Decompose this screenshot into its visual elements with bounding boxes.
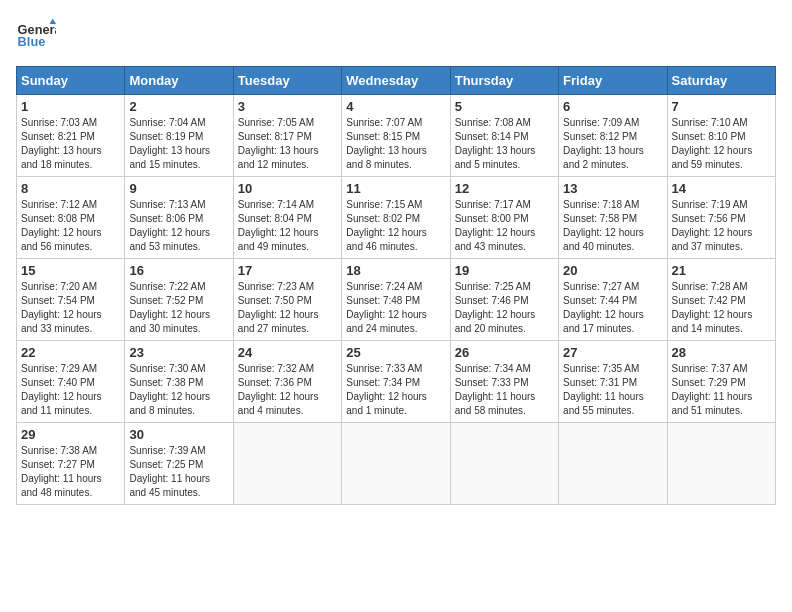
- weekday-header: Wednesday: [342, 67, 450, 95]
- calendar-header-row: SundayMondayTuesdayWednesdayThursdayFrid…: [17, 67, 776, 95]
- calendar-cell: 3Sunrise: 7:05 AMSunset: 8:17 PMDaylight…: [233, 95, 341, 177]
- calendar-cell: 9Sunrise: 7:13 AMSunset: 8:06 PMDaylight…: [125, 177, 233, 259]
- day-info: Sunrise: 7:13 AMSunset: 8:06 PMDaylight:…: [129, 198, 228, 254]
- calendar-cell: 4Sunrise: 7:07 AMSunset: 8:15 PMDaylight…: [342, 95, 450, 177]
- day-info: Sunrise: 7:22 AMSunset: 7:52 PMDaylight:…: [129, 280, 228, 336]
- calendar-week-row: 22Sunrise: 7:29 AMSunset: 7:40 PMDayligh…: [17, 341, 776, 423]
- calendar-cell: 18Sunrise: 7:24 AMSunset: 7:48 PMDayligh…: [342, 259, 450, 341]
- weekday-header: Monday: [125, 67, 233, 95]
- weekday-header: Sunday: [17, 67, 125, 95]
- day-number: 26: [455, 345, 554, 360]
- calendar-cell: 27Sunrise: 7:35 AMSunset: 7:31 PMDayligh…: [559, 341, 667, 423]
- day-info: Sunrise: 7:18 AMSunset: 7:58 PMDaylight:…: [563, 198, 662, 254]
- day-info: Sunrise: 7:03 AMSunset: 8:21 PMDaylight:…: [21, 116, 120, 172]
- day-number: 17: [238, 263, 337, 278]
- logo: General Blue: [16, 16, 56, 56]
- calendar-cell: [233, 423, 341, 505]
- day-number: 15: [21, 263, 120, 278]
- day-info: Sunrise: 7:20 AMSunset: 7:54 PMDaylight:…: [21, 280, 120, 336]
- calendar-cell: 15Sunrise: 7:20 AMSunset: 7:54 PMDayligh…: [17, 259, 125, 341]
- calendar-week-row: 1Sunrise: 7:03 AMSunset: 8:21 PMDaylight…: [17, 95, 776, 177]
- day-number: 1: [21, 99, 120, 114]
- calendar-cell: 22Sunrise: 7:29 AMSunset: 7:40 PMDayligh…: [17, 341, 125, 423]
- day-number: 12: [455, 181, 554, 196]
- day-info: Sunrise: 7:38 AMSunset: 7:27 PMDaylight:…: [21, 444, 120, 500]
- day-number: 8: [21, 181, 120, 196]
- calendar-body: 1Sunrise: 7:03 AMSunset: 8:21 PMDaylight…: [17, 95, 776, 505]
- day-info: Sunrise: 7:17 AMSunset: 8:00 PMDaylight:…: [455, 198, 554, 254]
- calendar-cell: [667, 423, 775, 505]
- day-number: 25: [346, 345, 445, 360]
- day-info: Sunrise: 7:23 AMSunset: 7:50 PMDaylight:…: [238, 280, 337, 336]
- calendar-cell: 23Sunrise: 7:30 AMSunset: 7:38 PMDayligh…: [125, 341, 233, 423]
- day-number: 20: [563, 263, 662, 278]
- calendar-cell: 20Sunrise: 7:27 AMSunset: 7:44 PMDayligh…: [559, 259, 667, 341]
- day-number: 2: [129, 99, 228, 114]
- day-number: 6: [563, 99, 662, 114]
- day-number: 16: [129, 263, 228, 278]
- day-number: 28: [672, 345, 771, 360]
- day-number: 21: [672, 263, 771, 278]
- day-number: 24: [238, 345, 337, 360]
- calendar-cell: 13Sunrise: 7:18 AMSunset: 7:58 PMDayligh…: [559, 177, 667, 259]
- day-number: 29: [21, 427, 120, 442]
- calendar-cell: 10Sunrise: 7:14 AMSunset: 8:04 PMDayligh…: [233, 177, 341, 259]
- day-number: 23: [129, 345, 228, 360]
- day-number: 14: [672, 181, 771, 196]
- day-info: Sunrise: 7:37 AMSunset: 7:29 PMDaylight:…: [672, 362, 771, 418]
- calendar-cell: 14Sunrise: 7:19 AMSunset: 7:56 PMDayligh…: [667, 177, 775, 259]
- day-number: 7: [672, 99, 771, 114]
- day-info: Sunrise: 7:09 AMSunset: 8:12 PMDaylight:…: [563, 116, 662, 172]
- calendar-cell: 19Sunrise: 7:25 AMSunset: 7:46 PMDayligh…: [450, 259, 558, 341]
- day-info: Sunrise: 7:30 AMSunset: 7:38 PMDaylight:…: [129, 362, 228, 418]
- calendar-cell: 6Sunrise: 7:09 AMSunset: 8:12 PMDaylight…: [559, 95, 667, 177]
- day-info: Sunrise: 7:07 AMSunset: 8:15 PMDaylight:…: [346, 116, 445, 172]
- calendar-cell: [342, 423, 450, 505]
- calendar-cell: 16Sunrise: 7:22 AMSunset: 7:52 PMDayligh…: [125, 259, 233, 341]
- day-info: Sunrise: 7:32 AMSunset: 7:36 PMDaylight:…: [238, 362, 337, 418]
- calendar-cell: 26Sunrise: 7:34 AMSunset: 7:33 PMDayligh…: [450, 341, 558, 423]
- day-info: Sunrise: 7:33 AMSunset: 7:34 PMDaylight:…: [346, 362, 445, 418]
- day-info: Sunrise: 7:05 AMSunset: 8:17 PMDaylight:…: [238, 116, 337, 172]
- calendar-cell: 1Sunrise: 7:03 AMSunset: 8:21 PMDaylight…: [17, 95, 125, 177]
- calendar-cell: 8Sunrise: 7:12 AMSunset: 8:08 PMDaylight…: [17, 177, 125, 259]
- weekday-header: Thursday: [450, 67, 558, 95]
- day-number: 18: [346, 263, 445, 278]
- calendar-week-row: 8Sunrise: 7:12 AMSunset: 8:08 PMDaylight…: [17, 177, 776, 259]
- day-info: Sunrise: 7:27 AMSunset: 7:44 PMDaylight:…: [563, 280, 662, 336]
- day-info: Sunrise: 7:04 AMSunset: 8:19 PMDaylight:…: [129, 116, 228, 172]
- day-number: 4: [346, 99, 445, 114]
- weekday-header: Saturday: [667, 67, 775, 95]
- day-info: Sunrise: 7:14 AMSunset: 8:04 PMDaylight:…: [238, 198, 337, 254]
- weekday-header: Tuesday: [233, 67, 341, 95]
- day-info: Sunrise: 7:10 AMSunset: 8:10 PMDaylight:…: [672, 116, 771, 172]
- day-number: 22: [21, 345, 120, 360]
- calendar-cell: 12Sunrise: 7:17 AMSunset: 8:00 PMDayligh…: [450, 177, 558, 259]
- calendar-cell: 29Sunrise: 7:38 AMSunset: 7:27 PMDayligh…: [17, 423, 125, 505]
- calendar-cell: [450, 423, 558, 505]
- day-info: Sunrise: 7:08 AMSunset: 8:14 PMDaylight:…: [455, 116, 554, 172]
- day-number: 11: [346, 181, 445, 196]
- calendar-cell: 25Sunrise: 7:33 AMSunset: 7:34 PMDayligh…: [342, 341, 450, 423]
- day-number: 3: [238, 99, 337, 114]
- svg-text:Blue: Blue: [18, 34, 46, 49]
- calendar-week-row: 29Sunrise: 7:38 AMSunset: 7:27 PMDayligh…: [17, 423, 776, 505]
- calendar-cell: 17Sunrise: 7:23 AMSunset: 7:50 PMDayligh…: [233, 259, 341, 341]
- calendar-table: SundayMondayTuesdayWednesdayThursdayFrid…: [16, 66, 776, 505]
- day-number: 19: [455, 263, 554, 278]
- day-number: 27: [563, 345, 662, 360]
- calendar-cell: [559, 423, 667, 505]
- day-number: 5: [455, 99, 554, 114]
- day-info: Sunrise: 7:25 AMSunset: 7:46 PMDaylight:…: [455, 280, 554, 336]
- page-header: General Blue: [16, 16, 776, 56]
- calendar-cell: 30Sunrise: 7:39 AMSunset: 7:25 PMDayligh…: [125, 423, 233, 505]
- calendar-cell: 11Sunrise: 7:15 AMSunset: 8:02 PMDayligh…: [342, 177, 450, 259]
- calendar-cell: 24Sunrise: 7:32 AMSunset: 7:36 PMDayligh…: [233, 341, 341, 423]
- logo-icon: General Blue: [16, 16, 56, 56]
- calendar-cell: 21Sunrise: 7:28 AMSunset: 7:42 PMDayligh…: [667, 259, 775, 341]
- day-info: Sunrise: 7:28 AMSunset: 7:42 PMDaylight:…: [672, 280, 771, 336]
- day-info: Sunrise: 7:12 AMSunset: 8:08 PMDaylight:…: [21, 198, 120, 254]
- calendar-cell: 28Sunrise: 7:37 AMSunset: 7:29 PMDayligh…: [667, 341, 775, 423]
- day-info: Sunrise: 7:29 AMSunset: 7:40 PMDaylight:…: [21, 362, 120, 418]
- day-info: Sunrise: 7:39 AMSunset: 7:25 PMDaylight:…: [129, 444, 228, 500]
